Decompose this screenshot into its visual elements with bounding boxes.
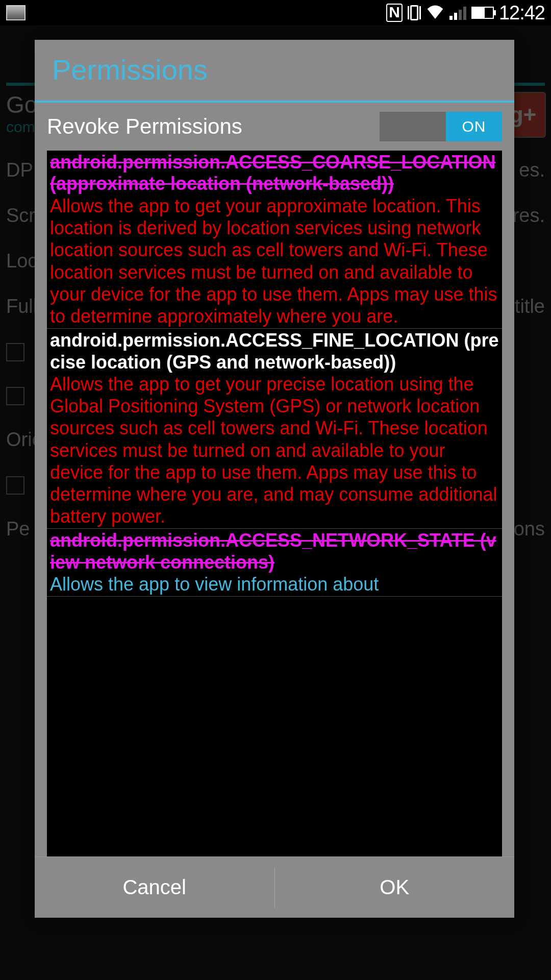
revoke-toggle[interactable]: ON: [380, 112, 502, 141]
permission-description: Allows the app to get your precise locat…: [50, 373, 499, 527]
signal-icon: [449, 6, 466, 20]
wifi-icon: [426, 5, 444, 21]
permissions-dialog: Permissions Revoke Permissions ON androi…: [35, 40, 514, 918]
bg-fs-val: title: [515, 296, 545, 317]
status-bar: N 12:42: [0, 0, 551, 26]
bg-checkbox: [6, 343, 24, 361]
bg-checkbox: [6, 387, 24, 405]
vibrate-icon: [408, 5, 421, 20]
permission-name: android.permission.ACCESS_COARSE_LOCATIO…: [50, 152, 499, 195]
toggle-state: ON: [446, 112, 502, 141]
bg-perms-val: ons: [514, 518, 545, 540]
bg-dpi-val: es.: [519, 159, 545, 181]
ok-button[interactable]: OK: [275, 857, 515, 918]
permissions-list[interactable]: android.permission.ACCESS_COARSE_LOCATIO…: [47, 151, 502, 856]
cancel-button[interactable]: Cancel: [35, 857, 274, 918]
permission-item[interactable]: android.permission.ACCESS_NETWORK_STATE …: [47, 529, 502, 597]
bg-screen-val: res.: [513, 205, 545, 227]
permission-item[interactable]: android.permission.ACCESS_FINE_LOCATION …: [47, 329, 502, 529]
permission-description: Allows the app to get your approximate l…: [50, 195, 499, 327]
notification-icon: [6, 5, 26, 20]
bg-dpi-label: DPI: [6, 159, 38, 181]
permission-item[interactable]: android.permission.ACCESS_COARSE_LOCATIO…: [47, 151, 502, 329]
bg-checkbox: [6, 476, 24, 495]
nfc-icon: N: [386, 4, 403, 22]
dialog-title: Permissions: [52, 53, 497, 86]
permission-description: Allows the app to view information about: [50, 573, 499, 595]
revoke-toggle-label: Revoke Permissions: [47, 114, 242, 139]
permission-name: android.permission.ACCESS_NETWORK_STATE …: [50, 530, 499, 573]
clock: 12:42: [499, 2, 545, 24]
bg-perms-label: Pe: [6, 518, 30, 540]
battery-icon: [471, 7, 494, 19]
permission-name: android.permission.ACCESS_FINE_LOCATION …: [50, 330, 499, 373]
